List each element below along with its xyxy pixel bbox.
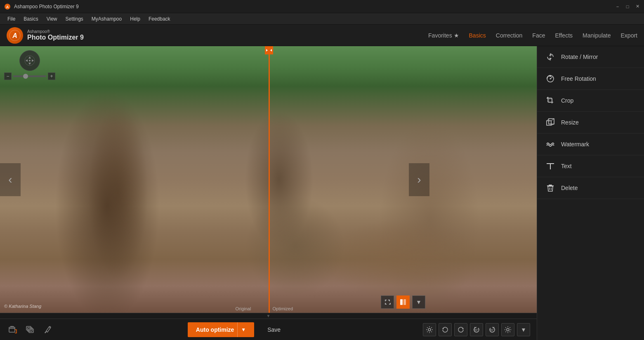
svg-marker-11 [270, 49, 272, 52]
view-controls: ▼ [381, 295, 425, 309]
free-rotation-icon [545, 74, 555, 84]
svg-rect-14 [9, 327, 15, 332]
main-area: ‹ › − [0, 46, 644, 340]
zoom-slider-row: − + [4, 73, 55, 80]
svg-marker-7 [26, 59, 28, 62]
svg-text:A: A [6, 5, 9, 9]
svg-rect-12 [400, 299, 403, 305]
next-button[interactable]: › [409, 163, 429, 196]
picker-button[interactable] [41, 324, 54, 336]
label-original: Original [236, 306, 251, 311]
image-area: ‹ › − [0, 46, 537, 340]
fullscreen-button[interactable] [381, 295, 394, 309]
label-optimized: Optimized [273, 306, 293, 311]
menu-help[interactable]: Help [126, 13, 144, 24]
panel-item-text[interactable]: Text [537, 155, 644, 177]
auto-optimize-dropdown[interactable]: ▼ [237, 322, 246, 337]
panel-item-delete[interactable]: Delete [537, 177, 644, 199]
split-handle[interactable] [265, 46, 273, 54]
nav-tabs: Favorites ★ Basics Correction Face Effec… [428, 30, 637, 40]
save-button[interactable]: Save [259, 322, 289, 337]
collapse-handle[interactable]: ▼ [0, 313, 537, 319]
window-controls: − □ ✕ [615, 4, 640, 9]
svg-text:90°: 90° [474, 328, 479, 331]
panel-item-label-resize: Resize [561, 119, 579, 126]
svg-marker-20 [462, 328, 464, 330]
pan-control[interactable] [19, 50, 40, 71]
watermark-icon [545, 139, 555, 149]
gear-button[interactable] [501, 323, 514, 336]
split-line[interactable] [269, 46, 270, 313]
panel-item-label-crop: Crop [561, 97, 573, 104]
undo-button[interactable] [439, 323, 452, 336]
tab-effects[interactable]: Effects [555, 30, 573, 40]
logo-text: Ashampoo® Photo Optimizer 9 [27, 29, 84, 41]
rotate-left-button[interactable]: 90° [470, 323, 483, 336]
previous-button[interactable]: ‹ [0, 163, 21, 196]
menu-basics[interactable]: Basics [19, 13, 42, 24]
collapse-icon: ▼ [267, 314, 271, 318]
menu-myashampoo[interactable]: MyAshampoo [87, 13, 126, 24]
logo-icon: A [7, 27, 23, 44]
panel-item-resize[interactable]: Resize [537, 112, 644, 134]
svg-marker-19 [442, 328, 444, 330]
maximize-button[interactable]: □ [625, 4, 630, 9]
auto-optimize-button[interactable]: Auto optimize ▼ [188, 322, 254, 337]
svg-marker-10 [266, 49, 268, 52]
right-panel: Rotate / Mirror Free Rotation [537, 46, 644, 340]
bottom-left-tools [7, 324, 54, 336]
brand-name: Ashampoo® [27, 29, 84, 34]
menu-file[interactable]: File [3, 13, 19, 24]
menu-view[interactable]: View [42, 13, 61, 24]
tab-manipulate[interactable]: Manipulate [583, 30, 611, 40]
tab-export[interactable]: Export [621, 30, 637, 40]
svg-rect-35 [549, 99, 552, 102]
crop-icon [545, 96, 555, 106]
tab-correction[interactable]: Correction [496, 30, 523, 40]
panel-item-free-rotation[interactable]: Free Rotation [537, 68, 644, 90]
menu-feedback[interactable]: Feedback [144, 13, 175, 24]
tab-face[interactable]: Face [532, 30, 545, 40]
auto-optimize-label: Auto optimize [196, 326, 234, 333]
zoom-out-button[interactable]: − [4, 73, 12, 80]
panel-item-watermark[interactable]: Watermark [537, 134, 644, 155]
image-container: ‹ › − [0, 46, 537, 313]
photo-watermark: © Katharina Stang [4, 304, 41, 309]
zoom-controls: − + [4, 50, 55, 80]
minimize-button[interactable]: − [615, 4, 620, 9]
rotate-right-button[interactable]: 90° [486, 323, 499, 336]
svg-point-32 [550, 78, 551, 80]
panel-item-label-delete: Delete [561, 185, 578, 191]
panel-item-crop[interactable]: Crop [537, 90, 644, 112]
panel-item-label-text: Text [561, 163, 572, 169]
redo-button[interactable] [454, 323, 467, 336]
panel-item-label-watermark: Watermark [561, 141, 589, 148]
panel-item-label-free-rotation: Free Rotation [561, 75, 596, 82]
svg-point-25 [507, 328, 509, 331]
batch-button[interactable] [24, 324, 36, 336]
split-view-button[interactable] [396, 295, 410, 309]
tab-basics[interactable]: Basics [469, 30, 486, 40]
more-button[interactable]: ▼ [517, 323, 530, 336]
text-icon [545, 161, 555, 171]
svg-rect-44 [549, 185, 552, 185]
logo-area: A Ashampoo® Photo Optimizer 9 [7, 27, 84, 44]
panel-item-rotate-mirror[interactable]: Rotate / Mirror [537, 46, 644, 68]
view-dropdown-button[interactable]: ▼ [412, 295, 425, 309]
delete-icon [545, 183, 555, 193]
menu-settings[interactable]: Settings [61, 13, 87, 24]
open-file-button[interactable] [7, 324, 19, 336]
zoom-thumb[interactable] [23, 74, 28, 79]
tab-favorites[interactable]: Favorites ★ [428, 30, 459, 40]
svg-text:A: A [12, 32, 17, 39]
menubar: File Basics View Settings MyAshampoo Hel… [0, 13, 644, 25]
zoom-in-button[interactable]: + [48, 73, 55, 80]
bottom-right-tools: 90° 90° ▼ [423, 323, 530, 336]
resize-icon [545, 117, 555, 127]
header: A Ashampoo® Photo Optimizer 9 Favorites … [0, 25, 644, 46]
close-button[interactable]: ✕ [635, 4, 640, 9]
window-title: Ashampoo Photo Optimizer 9 [14, 4, 615, 9]
settings-button[interactable] [423, 323, 436, 336]
bottom-toolbar: Auto optimize ▼ Save [0, 319, 537, 340]
zoom-slider[interactable] [13, 75, 46, 77]
